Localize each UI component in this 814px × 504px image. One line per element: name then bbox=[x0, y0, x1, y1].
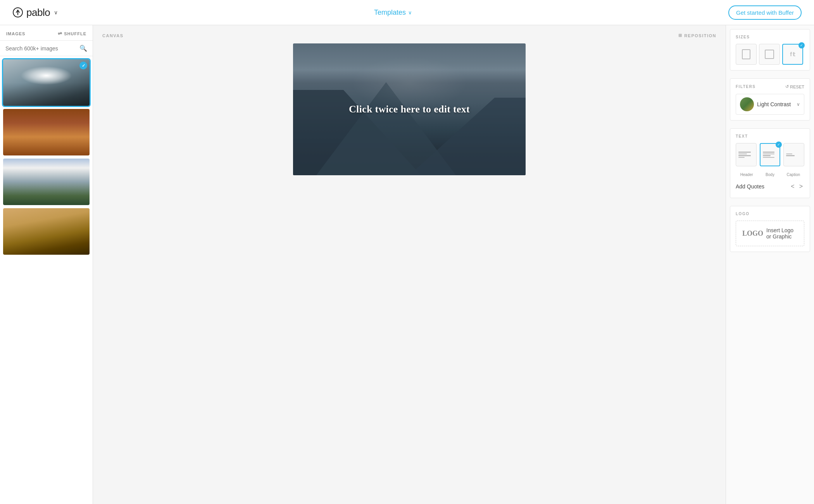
templates-nav[interactable]: Templates ∨ bbox=[374, 9, 412, 17]
line-1 bbox=[738, 152, 751, 153]
filter-name: Light Contrast bbox=[757, 101, 793, 107]
sidebar-tabs: IMAGES ⇌ SHUFFLE bbox=[0, 25, 93, 41]
size-instagram-button[interactable] bbox=[759, 44, 780, 65]
line-2 bbox=[738, 154, 747, 155]
search-input[interactable] bbox=[5, 45, 76, 52]
center-area: CANVAS ⊞ REPOSITION Click twice here to … bbox=[93, 25, 726, 504]
image-thumb-3[interactable] bbox=[3, 159, 90, 205]
add-quotes-row: Add Quotes < > bbox=[736, 181, 804, 192]
text-styles-grid: ✓ bbox=[736, 143, 804, 166]
pablo-logo-icon bbox=[12, 7, 23, 18]
filter-caret-icon: ∨ bbox=[797, 102, 800, 107]
line-1 bbox=[763, 152, 774, 153]
shuffle-tab[interactable]: ⇌ SHUFFLE bbox=[58, 31, 86, 36]
image-list: ✓ bbox=[0, 56, 93, 258]
shuffle-icon: ⇌ bbox=[58, 31, 62, 36]
app-header: pablo ∨ Templates ∨ Get started with Buf… bbox=[0, 0, 814, 25]
line-4 bbox=[738, 157, 745, 158]
reposition-label: REPOSITION bbox=[684, 33, 716, 38]
caption-style-label: Caption bbox=[783, 173, 804, 177]
line-2 bbox=[763, 154, 774, 155]
search-bar: 🔍 bbox=[0, 41, 93, 56]
canvas-wrapper: Click twice here to edit text bbox=[102, 43, 716, 496]
canvas[interactable]: Click twice here to edit text bbox=[293, 43, 526, 175]
add-quotes-label: Add Quotes bbox=[736, 183, 764, 190]
header-style-label: Header bbox=[736, 173, 757, 177]
insert-logo-button[interactable]: LOGO Insert Logo or Graphic bbox=[736, 221, 804, 246]
image-thumb-1[interactable]: ✓ bbox=[3, 59, 90, 106]
search-icon[interactable]: 🔍 bbox=[79, 45, 87, 52]
reset-icon: ↺ bbox=[785, 84, 789, 89]
logo-title: LOGO bbox=[736, 212, 804, 216]
filter-dropdown[interactable]: Light Contrast ∨ bbox=[736, 94, 804, 115]
images-tab[interactable]: IMAGES bbox=[6, 31, 25, 36]
caption-lines bbox=[786, 154, 802, 156]
logo-panel: LOGO LOGO Insert Logo or Graphic bbox=[730, 206, 810, 252]
reset-button[interactable]: ↺ RESET bbox=[785, 84, 804, 89]
line-1 bbox=[786, 154, 792, 155]
filters-header: FILTERS ↺ RESET bbox=[736, 84, 804, 89]
sizes-panel: SIZES ✓ f 𝕥 bbox=[730, 29, 810, 71]
size-pinterest-button[interactable] bbox=[736, 44, 757, 65]
line-3 bbox=[738, 155, 751, 156]
quote-navigation: < > bbox=[789, 182, 804, 191]
twitter-facebook-icons: f 𝕥 bbox=[790, 51, 795, 57]
canvas-edit-text[interactable]: Click twice here to edit text bbox=[349, 104, 470, 115]
left-sidebar: IMAGES ⇌ SHUFFLE 🔍 ✓ bbox=[0, 25, 93, 504]
line-2 bbox=[786, 155, 795, 156]
text-style-caption-button[interactable] bbox=[783, 143, 804, 166]
shuffle-label: SHUFFLE bbox=[64, 31, 86, 36]
text-style-header-button[interactable] bbox=[736, 143, 757, 166]
image-thumb-2[interactable] bbox=[3, 109, 90, 155]
reset-label: RESET bbox=[790, 85, 804, 89]
reposition-icon: ⊞ bbox=[678, 33, 683, 38]
right-sidebar: SIZES ✓ f 𝕥 FILTERS bbox=[726, 25, 814, 504]
header-lines bbox=[738, 152, 754, 158]
text-panel: TEXT ✓ bbox=[730, 128, 810, 198]
logo-text: pablo bbox=[26, 7, 50, 19]
twitter-t-icon: 𝕥 bbox=[793, 51, 795, 57]
sizes-title: SIZES bbox=[736, 35, 804, 39]
logo-area[interactable]: pablo ∨ bbox=[12, 7, 58, 19]
size-twitter-facebook-button[interactable]: ✓ f 𝕥 bbox=[782, 44, 803, 65]
get-started-button[interactable]: Get started with Buffer bbox=[728, 5, 802, 20]
quote-prev-button[interactable]: < bbox=[789, 182, 796, 191]
instagram-icon bbox=[765, 50, 774, 59]
templates-caret-icon: ∨ bbox=[408, 10, 412, 16]
filters-panel: FILTERS ↺ RESET Light Contrast ∨ bbox=[730, 78, 810, 121]
selected-check-1: ✓ bbox=[79, 62, 87, 69]
line-4 bbox=[763, 157, 774, 158]
text-style-body-button[interactable]: ✓ bbox=[760, 143, 781, 166]
text-title: TEXT bbox=[736, 134, 804, 138]
pinterest-icon bbox=[742, 49, 750, 59]
body-lines bbox=[763, 152, 778, 158]
canvas-label: CANVAS bbox=[102, 33, 124, 38]
reposition-button[interactable]: ⊞ REPOSITION bbox=[678, 33, 716, 38]
canvas-header: CANVAS ⊞ REPOSITION bbox=[102, 33, 716, 38]
templates-label: Templates bbox=[374, 9, 406, 17]
filter-thumbnail bbox=[740, 97, 754, 111]
text-body-check: ✓ bbox=[776, 142, 782, 148]
quote-next-button[interactable]: > bbox=[798, 182, 804, 191]
facebook-f-icon: f bbox=[790, 51, 792, 57]
body-style-label: Body bbox=[760, 173, 780, 177]
insert-logo-label: Insert Logo or Graphic bbox=[766, 227, 798, 240]
line-3 bbox=[763, 155, 771, 156]
logo-caret-icon: ∨ bbox=[54, 9, 58, 16]
image-thumb-4[interactable] bbox=[3, 208, 90, 255]
logo-placeholder-icon: LOGO bbox=[742, 230, 763, 238]
sizes-grid: ✓ f 𝕥 bbox=[736, 44, 804, 65]
filters-title: FILTERS bbox=[736, 85, 755, 89]
size-selected-check: ✓ bbox=[798, 42, 805, 48]
main-layout: IMAGES ⇌ SHUFFLE 🔍 ✓ CANVAS ⊞ REPOSITION bbox=[0, 25, 814, 504]
